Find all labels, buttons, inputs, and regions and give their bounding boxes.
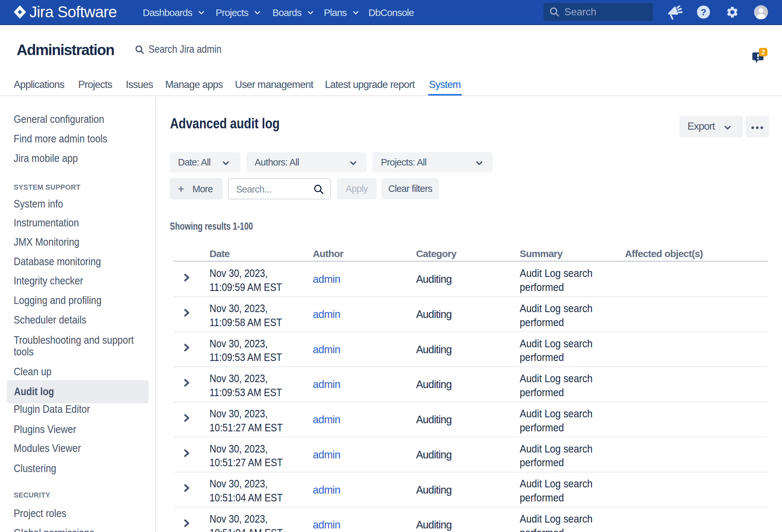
svg-text:2: 2 — [761, 48, 765, 56]
svg-text:?: ? — [701, 7, 706, 17]
